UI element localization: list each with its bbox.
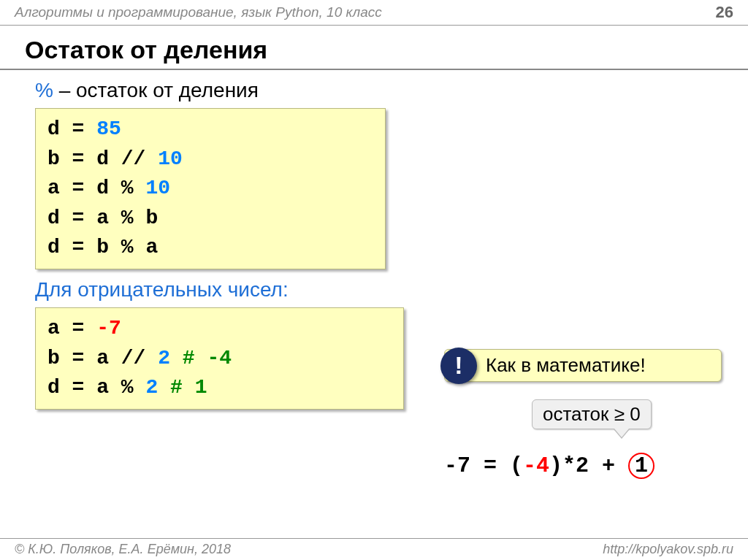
code-line: b = d // 10 xyxy=(47,145,373,174)
code-line: d = a % b xyxy=(47,204,373,234)
percent-operator: % xyxy=(35,79,53,101)
code-line: d = a % 2 # 1 xyxy=(47,373,392,403)
page-number: 26 xyxy=(716,3,733,22)
code-line: d = b % a xyxy=(47,233,373,263)
copyright: © К.Ю. Поляков, Е.А. Ерёмин, 2018 xyxy=(15,542,231,557)
callout-math: ! Как в математике! xyxy=(444,349,722,382)
code-line: b = a // 2 # -4 xyxy=(47,344,392,374)
equation: -7 = (-4)*2 + 1 xyxy=(444,453,722,479)
operator-description: % – остаток от деления xyxy=(35,79,748,102)
footer-link: http://kpolyakov.spb.ru xyxy=(603,542,733,557)
code-block-a: d = 85 b = d // 10 a = d % 10 d = a % b … xyxy=(35,108,386,269)
code-line: d = 85 xyxy=(47,115,373,145)
code-line: a = d % 10 xyxy=(47,174,373,204)
course-label: Алгоритмы и программирование, язык Pytho… xyxy=(15,4,382,20)
slide-header: Алгоритмы и программирование, язык Pytho… xyxy=(0,0,748,26)
right-panel: ! Как в математике! остаток ≥ 0 -7 = (-4… xyxy=(444,349,722,479)
page-title: Остаток от деления xyxy=(0,26,748,70)
callout-math-text: Как в математике! xyxy=(486,354,646,376)
negative-heading: Для отрицательных чисел: xyxy=(35,278,748,302)
exclamation-icon: ! xyxy=(440,348,477,384)
slide-footer: © К.Ю. Поляков, Е.А. Ерёмин, 2018 http:/… xyxy=(0,538,748,560)
circled-one: 1 xyxy=(628,453,654,479)
code-line: a = -7 xyxy=(47,314,392,344)
code-block-b: a = -7 b = a // 2 # -4 d = a % 2 # 1 xyxy=(35,307,404,410)
operator-text: – остаток от деления xyxy=(53,79,259,101)
callout-remainder: остаток ≥ 0 xyxy=(532,399,652,429)
callout-remainder-text: остаток ≥ 0 xyxy=(543,403,641,425)
